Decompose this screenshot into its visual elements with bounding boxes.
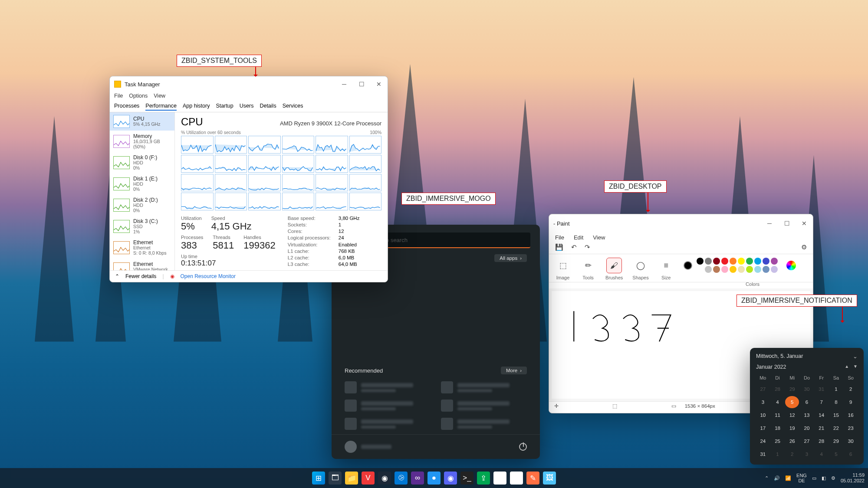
- calendar-day[interactable]: 13: [800, 409, 814, 421]
- menu-file[interactable]: File: [114, 93, 123, 99]
- calendar-day[interactable]: 5: [785, 396, 799, 408]
- calendar-month[interactable]: Januar 2022: [756, 364, 786, 370]
- all-apps-button[interactable]: All apps›: [494, 254, 527, 262]
- calendar-day[interactable]: 18: [771, 422, 785, 434]
- menu-view[interactable]: View: [154, 93, 165, 99]
- calendar-day[interactable]: 19: [785, 422, 799, 434]
- recommended-item[interactable]: [441, 381, 527, 393]
- open-resource-monitor-link[interactable]: Open Resource Monitor: [181, 273, 236, 279]
- recommended-item[interactable]: [345, 418, 431, 430]
- taskbar-app-orange-icon[interactable]: ✎: [526, 472, 539, 485]
- calendar-day[interactable]: 26: [785, 435, 799, 447]
- tray-icon-3[interactable]: ⚙: [831, 475, 835, 481]
- calendar-day[interactable]: 27: [800, 435, 814, 447]
- calendar-day[interactable]: 5: [829, 448, 843, 460]
- tray-chevron-icon[interactable]: ⌃: [765, 475, 769, 481]
- sidebar-disk-1-e-[interactable]: Disk 1 (E:)HDD0%: [110, 173, 174, 194]
- sidebar-disk-3-c-[interactable]: Disk 3 (C:)SSD1%: [110, 216, 174, 237]
- taskbar-clock[interactable]: 11:5905.01.2022: [841, 472, 865, 483]
- calendar-day[interactable]: 22: [829, 422, 843, 434]
- paint-menu-edit[interactable]: Edit: [574, 234, 583, 241]
- calendar-day[interactable]: 30: [800, 383, 814, 395]
- tray-icon[interactable]: ▭: [812, 475, 816, 481]
- recommended-item[interactable]: [441, 400, 527, 412]
- taskbar-vscode-icon[interactable]: ⧁: [395, 472, 408, 485]
- taskbar-share-icon[interactable]: ⇪: [477, 472, 490, 485]
- taskbar-app-blue-icon[interactable]: ●: [427, 472, 441, 485]
- shapes-button[interactable]: ◯: [633, 258, 648, 273]
- taskbar-powertoys-icon[interactable]: ◆: [493, 472, 506, 485]
- calendar-day[interactable]: 21: [815, 422, 829, 434]
- prev-month-button[interactable]: ▲: [845, 364, 849, 370]
- swatch[interactable]: [713, 266, 720, 273]
- sidebar-memory[interactable]: Memory16,0/31,9 GB (50%): [110, 131, 174, 152]
- calendar-day[interactable]: 1: [829, 383, 843, 395]
- taskbar-explorer-icon[interactable]: 📁: [345, 472, 358, 485]
- swatch[interactable]: [697, 266, 704, 273]
- brushes-button[interactable]: 🖌: [606, 258, 622, 273]
- taskbar-start-icon[interactable]: ⊞: [312, 472, 325, 485]
- tab-app-history[interactable]: App history: [183, 102, 210, 111]
- calendar-day[interactable]: 27: [756, 383, 770, 395]
- calendar-day[interactable]: 16: [844, 409, 858, 421]
- size-button[interactable]: ≡: [658, 258, 674, 273]
- calendar-day[interactable]: 30: [844, 435, 858, 447]
- swatch[interactable]: [754, 258, 761, 265]
- user-avatar[interactable]: [345, 441, 357, 453]
- calendar-day[interactable]: 4: [771, 396, 785, 408]
- calendar-day[interactable]: 31: [756, 448, 770, 460]
- maximize-button[interactable]: ☐: [783, 220, 791, 227]
- swatch[interactable]: [763, 258, 769, 265]
- calendar-day[interactable]: 12: [785, 409, 799, 421]
- calendar-day[interactable]: 24: [756, 435, 770, 447]
- next-month-button[interactable]: ▼: [853, 364, 858, 370]
- network-icon[interactable]: 📶: [785, 475, 791, 481]
- taskbar-steam-icon[interactable]: ◉: [378, 472, 391, 485]
- calendar-day[interactable]: 31: [815, 383, 829, 395]
- collapse-icon[interactable]: ⌄: [853, 353, 858, 360]
- calendar-day[interactable]: 20: [800, 422, 814, 434]
- current-color[interactable]: [684, 261, 692, 270]
- calendar-day[interactable]: 15: [829, 409, 843, 421]
- calendar-day[interactable]: 14: [815, 409, 829, 421]
- swatch[interactable]: [697, 258, 704, 265]
- calendar-day[interactable]: 29: [785, 383, 799, 395]
- tab-details[interactable]: Details: [260, 102, 276, 111]
- taskbar-task-view-icon[interactable]: 🗔: [329, 472, 342, 485]
- calendar-day[interactable]: 2: [844, 383, 858, 395]
- minimize-button[interactable]: ─: [765, 220, 774, 227]
- swatch[interactable]: [713, 258, 720, 265]
- power-button[interactable]: [519, 443, 527, 451]
- settings-icon[interactable]: ⚙: [801, 243, 807, 251]
- taskbar-chrome-icon[interactable]: ◯: [510, 472, 523, 485]
- taskbar-discord-icon[interactable]: ◉: [444, 472, 457, 485]
- swatch[interactable]: [738, 266, 745, 273]
- swatch[interactable]: [771, 258, 778, 265]
- minimize-button[interactable]: ─: [340, 81, 349, 88]
- swatch[interactable]: [746, 266, 753, 273]
- swatch[interactable]: [746, 258, 753, 265]
- taskbar-photos-icon[interactable]: 🖼: [543, 472, 556, 485]
- calendar-day[interactable]: 11: [771, 409, 785, 421]
- calendar-day[interactable]: 1: [771, 448, 785, 460]
- swatch[interactable]: [763, 266, 769, 273]
- recommended-item[interactable]: [345, 381, 431, 393]
- menu-options[interactable]: Options: [129, 93, 148, 99]
- swatch[interactable]: [738, 258, 745, 265]
- sidebar-cpu[interactable]: CPU5% 4,15 GHz: [110, 112, 174, 131]
- tm-titlebar[interactable]: Task Manager ─ ☐ ✕: [110, 76, 388, 92]
- close-button[interactable]: ✕: [800, 220, 809, 227]
- calendar-day[interactable]: 3: [800, 448, 814, 460]
- recommended-item[interactable]: [345, 400, 431, 412]
- fewer-details-link[interactable]: Fewer details: [125, 273, 156, 279]
- taskbar-visual-studio-icon[interactable]: ∞: [411, 472, 424, 485]
- language-indicator[interactable]: ENGDE: [796, 473, 807, 483]
- save-icon[interactable]: 💾: [555, 243, 563, 251]
- recommended-item[interactable]: [441, 418, 527, 430]
- swatch[interactable]: [721, 258, 728, 265]
- tab-processes[interactable]: Processes: [114, 102, 139, 111]
- taskbar-terminal-icon[interactable]: >_: [460, 472, 473, 485]
- paint-menu-file[interactable]: File: [555, 234, 564, 241]
- calendar-day[interactable]: 7: [815, 396, 829, 408]
- select-tool[interactable]: ⬚: [555, 258, 571, 273]
